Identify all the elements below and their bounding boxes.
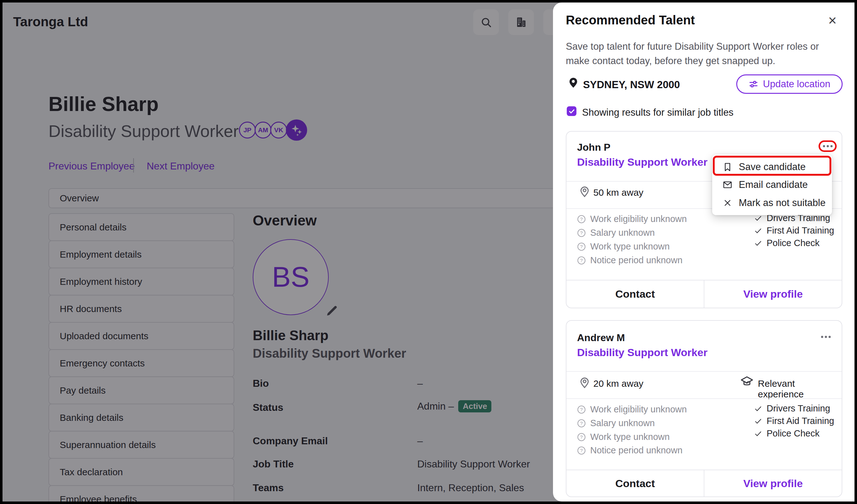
x-icon	[723, 198, 733, 208]
contact-button[interactable]: Contact	[567, 280, 704, 308]
question-icon: ?	[577, 229, 586, 237]
check-icon	[754, 214, 762, 222]
card-divider	[567, 371, 842, 372]
candidate-distance: 20 km away	[593, 378, 643, 389]
candidate-options-menu: Save candidate Email candidate Mark as n…	[712, 154, 832, 215]
experience-label: Relevant experience	[758, 378, 842, 400]
view-profile-button[interactable]: View profile	[704, 280, 842, 308]
app-screen: Taronga Ltd Billie Sharp Disability Supp…	[0, 0, 857, 504]
question-icon: ?	[577, 446, 586, 455]
svg-text:?: ?	[580, 447, 583, 453]
question-icon: ?	[577, 242, 586, 251]
sliders-icon	[749, 79, 758, 89]
candidate-distance: 50 km away	[593, 187, 643, 198]
question-icon: ?	[577, 405, 586, 414]
view-profile-button[interactable]: View profile	[704, 470, 842, 497]
candidate-job-title: Disability Support Worker	[577, 156, 707, 168]
more-options-icon[interactable]	[821, 336, 831, 338]
update-location-label: Update location	[763, 79, 830, 90]
menu-item-mark-not-suitable[interactable]: Mark as not suitable	[712, 195, 832, 211]
envelope-icon	[723, 180, 733, 190]
question-icon: ?	[577, 215, 586, 224]
candidate-card-andrew-m: Andrew M Disability Support Worker 20 km…	[566, 320, 842, 497]
close-icon[interactable]: ×	[828, 12, 837, 29]
more-options-icon[interactable]	[823, 145, 833, 147]
candidate-name: Andrew M	[577, 332, 625, 344]
qualification-item: Drivers Training	[754, 403, 830, 414]
qualification-item: Police Check	[754, 238, 820, 248]
menu-item-save-candidate[interactable]: Save candidate	[712, 158, 832, 176]
unknown-item: ? Notice period unknown	[577, 445, 683, 455]
qualification-item: First Aid Training	[754, 416, 834, 426]
question-icon: ?	[577, 256, 586, 265]
similar-titles-label: Showing results for similar job titles	[582, 107, 734, 118]
card-divider	[567, 398, 842, 399]
unknown-item: ? Salary unknown	[577, 418, 655, 428]
check-icon	[754, 239, 762, 247]
svg-text:?: ?	[580, 230, 583, 235]
candidate-job-title: Disability Support Worker	[577, 346, 707, 359]
distance-pin-icon	[578, 184, 591, 198]
similar-titles-checkbox[interactable]	[567, 106, 576, 116]
panel-title: Recommended Talent	[566, 13, 695, 27]
distance-pin-icon	[578, 375, 591, 389]
graduation-cap-icon	[739, 374, 755, 389]
svg-text:?: ?	[580, 257, 583, 263]
qualification-item: First Aid Training	[754, 225, 834, 236]
unknown-item: ? Work type unknown	[577, 241, 670, 252]
bookmark-icon	[723, 162, 733, 172]
svg-text:?: ?	[580, 216, 583, 221]
question-icon: ?	[577, 419, 586, 428]
svg-text:?: ?	[580, 406, 583, 412]
unknown-item: ? Salary unknown	[577, 228, 655, 238]
update-location-button[interactable]: Update location	[736, 74, 843, 94]
contact-button[interactable]: Contact	[567, 470, 704, 497]
location-value: SYDNEY, NSW 2000	[583, 79, 680, 91]
svg-text:?: ?	[580, 420, 583, 425]
annotation-ellipsis-highlight	[819, 140, 837, 152]
check-icon	[754, 227, 762, 235]
qualification-item: Police Check	[754, 428, 820, 439]
check-icon	[754, 430, 762, 438]
question-icon: ?	[577, 433, 586, 441]
location-pin-icon	[567, 76, 580, 89]
svg-text:?: ?	[580, 434, 583, 439]
card-actions: Contact View profile	[567, 470, 842, 497]
unknown-item: ? Work eligibility unknown	[577, 404, 687, 415]
menu-item-email-candidate[interactable]: Email candidate	[712, 177, 832, 193]
candidate-name: John P	[577, 142, 610, 153]
panel-description: Save top talent for future Disability Su…	[566, 39, 835, 68]
unknown-item: ? Work type unknown	[577, 432, 670, 442]
recommended-talent-panel: Recommended Talent × Save top talent for…	[553, 2, 855, 502]
card-actions: Contact View profile	[567, 280, 842, 308]
check-icon	[754, 417, 762, 425]
unknown-item: ? Work eligibility unknown	[577, 214, 687, 224]
svg-text:?: ?	[580, 244, 583, 249]
unknown-item: ? Notice period unknown	[577, 255, 683, 265]
check-icon	[568, 108, 575, 115]
check-icon	[754, 404, 762, 413]
